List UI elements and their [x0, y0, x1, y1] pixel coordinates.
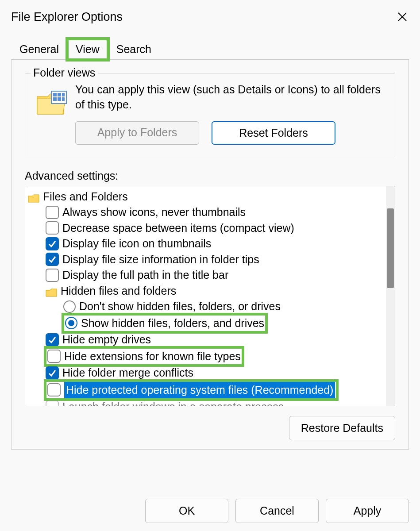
option-full-path-titlebar[interactable]: Display the full path in the title bar — [28, 267, 392, 283]
checkbox[interactable] — [47, 383, 61, 396]
checkbox[interactable] — [46, 237, 59, 250]
advanced-settings-label: Advanced settings: — [25, 169, 395, 182]
dialog-title: File Explorer Options — [11, 10, 123, 24]
radio-dont-show-hidden[interactable]: Don't show hidden files, folders, or dri… — [28, 299, 392, 315]
option-compact-view[interactable]: Decrease space between items (compact vi… — [28, 220, 392, 236]
svg-rect-8 — [62, 97, 65, 101]
radio[interactable] — [65, 317, 77, 329]
tab-search[interactable]: Search — [108, 39, 160, 60]
cancel-button[interactable]: Cancel — [235, 499, 319, 523]
tab-general[interactable]: General — [11, 39, 67, 60]
option-hide-merge-conflicts[interactable]: Hide folder merge conflicts — [28, 365, 392, 381]
radio-show-hidden[interactable]: Show hidden files, folders, and drives — [28, 315, 392, 332]
checkbox[interactable] — [46, 206, 59, 219]
checkbox[interactable] — [46, 400, 59, 406]
checkbox[interactable] — [46, 366, 59, 380]
folder-views-icon — [36, 90, 67, 119]
option-always-icons[interactable]: Always show icons, never thumbnails — [28, 204, 392, 220]
titlebar: File Explorer Options — [0, 0, 420, 30]
apply-button[interactable]: Apply — [326, 499, 409, 523]
close-button[interactable] — [393, 8, 411, 26]
option-hide-empty-drives[interactable]: Hide empty drives — [28, 332, 392, 348]
tree-group-files-folders: Files and Folders — [28, 189, 392, 205]
svg-rect-3 — [53, 93, 57, 96]
checkbox[interactable] — [46, 253, 59, 266]
option-hide-protected-os-files[interactable]: Hide protected operating system files (R… — [28, 381, 392, 400]
dialog-buttons: OK Cancel Apply — [145, 499, 409, 523]
svg-rect-7 — [58, 97, 61, 101]
option-icon-on-thumbnails[interactable]: Display file icon on thumbnails — [28, 236, 392, 252]
checkbox[interactable] — [46, 269, 59, 282]
folder-views-title: Folder views — [31, 66, 98, 79]
close-icon — [397, 12, 408, 22]
scrollbar-thumb[interactable] — [387, 208, 394, 288]
file-explorer-options-dialog: File Explorer Options General View Searc… — [0, 0, 420, 531]
ok-button[interactable]: OK — [145, 499, 228, 523]
option-launch-separate-process[interactable]: Launch folder windows in a separate proc… — [28, 399, 392, 406]
folder-views-description: You can apply this view (such as Details… — [75, 82, 384, 112]
apply-to-folders-button: Apply to Folders — [75, 121, 199, 145]
advanced-settings-list[interactable]: Files and Folders Always show icons, nev… — [25, 186, 395, 406]
option-size-in-tips[interactable]: Display file size information in folder … — [28, 252, 392, 268]
tabs: General View Search — [0, 39, 420, 60]
checkbox[interactable] — [46, 333, 59, 346]
scrollbar[interactable] — [386, 186, 395, 406]
radio[interactable] — [63, 300, 76, 313]
folder-views-group: Folder views You — [25, 73, 395, 156]
svg-rect-5 — [62, 93, 65, 96]
svg-rect-4 — [58, 93, 61, 96]
svg-rect-6 — [53, 97, 57, 101]
reset-folders-button[interactable]: Reset Folders — [212, 121, 335, 145]
tab-panel-view: Folder views You — [11, 59, 409, 450]
tab-view[interactable]: View — [67, 39, 108, 60]
option-hide-extensions[interactable]: Hide extensions for known file types — [28, 348, 392, 366]
checkbox[interactable] — [46, 221, 59, 235]
checkbox[interactable] — [47, 350, 61, 363]
tree-group-hidden-files: Hidden files and folders — [28, 283, 392, 299]
restore-defaults-button[interactable]: Restore Defaults — [289, 416, 395, 440]
folder-icon — [28, 192, 39, 201]
folder-icon — [46, 286, 57, 296]
